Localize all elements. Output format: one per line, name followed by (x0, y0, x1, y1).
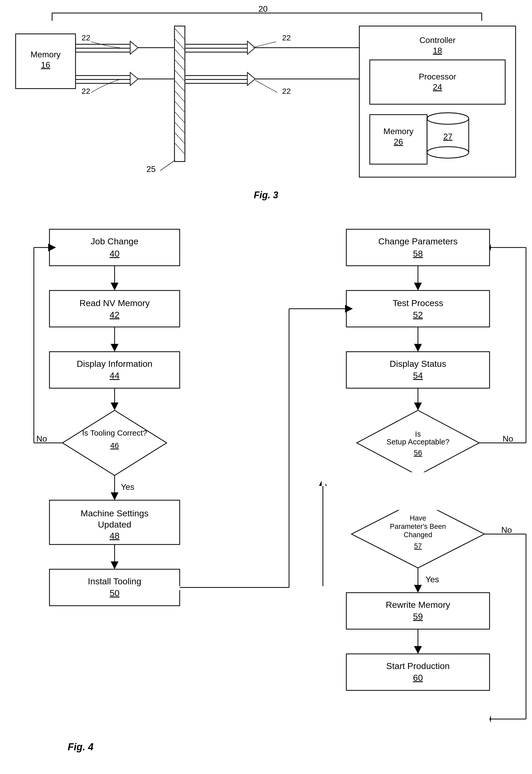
svg-text:48: 48 (110, 531, 120, 541)
svg-text:22: 22 (82, 87, 90, 95)
svg-rect-20 (174, 26, 185, 161)
svg-point-18 (427, 113, 469, 124)
svg-marker-38 (130, 41, 138, 54)
svg-text:Have: Have (410, 514, 426, 522)
svg-text:Read NV Memory: Read NV Memory (79, 298, 150, 308)
svg-marker-134 (490, 715, 491, 723)
svg-marker-107 (414, 344, 422, 352)
svg-text:No: No (501, 525, 512, 535)
svg-marker-48 (247, 41, 255, 54)
svg-point-17 (427, 147, 469, 158)
svg-rect-103 (346, 290, 490, 327)
svg-text:Processor: Processor (419, 72, 456, 81)
svg-marker-43 (130, 72, 138, 85)
svg-text:54: 54 (413, 370, 423, 380)
svg-text:60: 60 (413, 673, 423, 683)
svg-rect-108 (346, 352, 490, 388)
svg-text:Start Production: Start Production (386, 661, 450, 671)
svg-text:22: 22 (82, 33, 90, 42)
svg-text:Updated: Updated (98, 520, 132, 529)
svg-marker-142 (414, 646, 422, 654)
svg-marker-90 (111, 562, 118, 569)
svg-text:Machine Settings: Machine Settings (81, 508, 149, 518)
svg-text:Fig. 4: Fig. 4 (68, 741, 93, 752)
svg-rect-97 (346, 229, 490, 266)
svg-rect-64 (49, 290, 180, 327)
svg-text:No: No (36, 434, 47, 444)
svg-text:Parameter's Been: Parameter's Been (390, 523, 446, 531)
svg-text:46: 46 (110, 441, 119, 450)
svg-text:Setup Acceptable?: Setup Acceptable? (386, 438, 449, 446)
svg-text:50: 50 (110, 588, 120, 598)
svg-text:Changed: Changed (404, 531, 432, 539)
svg-text:Memory: Memory (30, 50, 61, 59)
svg-text:Job Change: Job Change (91, 236, 138, 246)
svg-marker-112 (414, 403, 422, 410)
svg-marker-137 (414, 585, 422, 593)
svg-rect-69 (49, 352, 180, 388)
svg-text:Test Process: Test Process (393, 298, 443, 308)
svg-text:Yes: Yes (425, 575, 439, 584)
fig3-caption: Fig. 3 (254, 190, 278, 201)
svg-text:26: 26 (394, 137, 403, 146)
svg-text:Is Tooling Correct?: Is Tooling Correct? (82, 429, 147, 437)
svg-text:Display Status: Display Status (390, 359, 446, 368)
svg-text:27: 27 (443, 132, 453, 141)
svg-text:Change Parameters: Change Parameters (378, 236, 458, 246)
svg-rect-59 (49, 229, 180, 266)
fig3-diagram: 20 Memory 16 Controller 18 Processor 24 … (0, 0, 532, 203)
svg-text:25: 25 (146, 164, 156, 174)
svg-text:Controller: Controller (420, 35, 456, 45)
svg-text:52: 52 (413, 310, 423, 320)
svg-marker-68 (111, 344, 118, 352)
svg-text:22: 22 (282, 33, 291, 42)
svg-text:58: 58 (413, 248, 423, 258)
svg-rect-143 (346, 654, 490, 690)
svg-text:Install Tooling: Install Tooling (88, 576, 141, 586)
svg-rect-7 (370, 60, 505, 104)
svg-text:20: 20 (258, 4, 268, 14)
svg-text:Rewrite Memory: Rewrite Memory (386, 600, 450, 610)
svg-text:42: 42 (110, 310, 120, 320)
svg-text:56: 56 (414, 449, 422, 457)
svg-text:Display Information: Display Information (77, 359, 152, 368)
svg-text:59: 59 (413, 612, 423, 621)
svg-marker-63 (111, 283, 118, 290)
svg-text:24: 24 (433, 82, 442, 92)
svg-text:18: 18 (433, 46, 442, 55)
svg-marker-101 (414, 283, 422, 290)
fig4-diagram: Job Change 40 Read NV Memory 42 Display … (0, 203, 532, 769)
svg-line-34 (160, 160, 175, 171)
svg-text:44: 44 (110, 370, 120, 380)
svg-text:Is: Is (415, 430, 421, 438)
svg-rect-147 (179, 586, 325, 590)
svg-rect-91 (49, 569, 180, 606)
svg-text:No: No (503, 434, 513, 444)
svg-rect-138 (346, 593, 490, 629)
svg-text:40: 40 (110, 248, 120, 258)
svg-marker-53 (247, 72, 255, 85)
svg-rect-148 (322, 290, 326, 486)
svg-rect-146 (346, 472, 490, 510)
svg-text:22: 22 (282, 87, 291, 95)
svg-text:Memory: Memory (383, 127, 414, 136)
svg-marker-73 (111, 403, 118, 410)
svg-marker-84 (111, 493, 118, 500)
svg-text:Yes: Yes (121, 482, 134, 492)
svg-text:16: 16 (41, 60, 50, 70)
svg-text:57: 57 (414, 542, 422, 550)
